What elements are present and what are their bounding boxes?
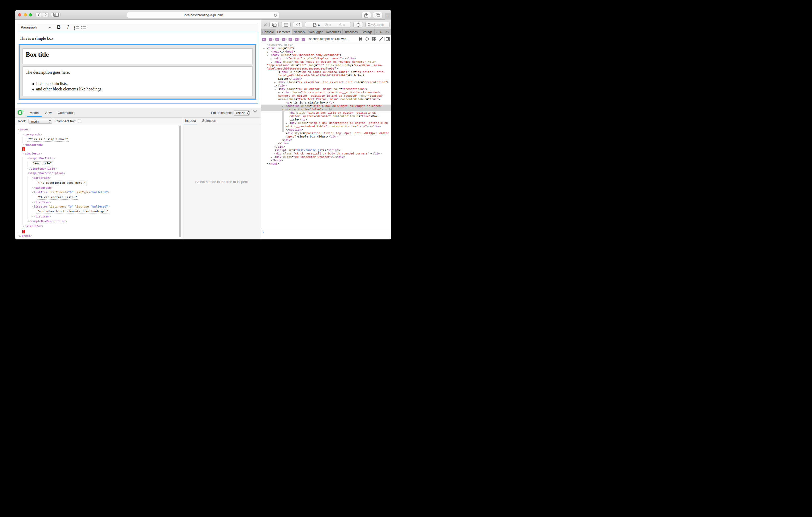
svg-text:5: 5 [22, 110, 23, 112]
svg-text:0: 0 [329, 23, 331, 27]
svg-text:4: 4 [318, 23, 320, 27]
svg-text:0: 0 [343, 23, 345, 27]
svg-text:2: 2 [74, 28, 75, 30]
